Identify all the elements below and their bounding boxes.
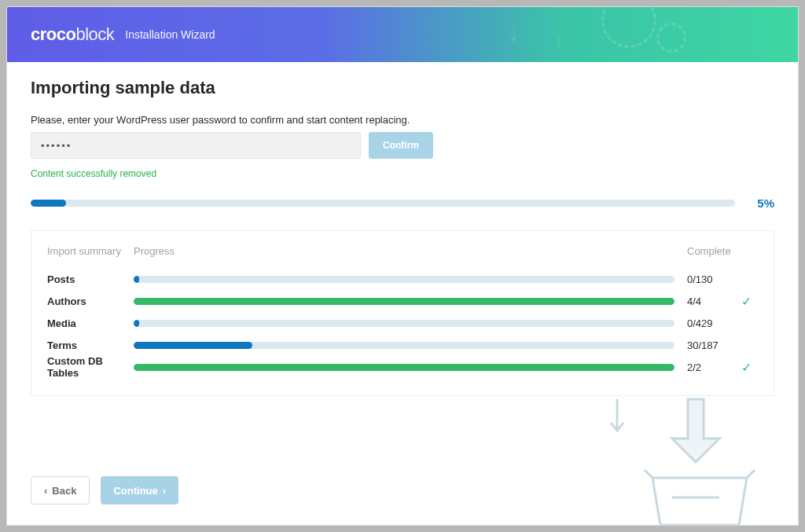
- confirm-button[interactable]: Confirm: [369, 132, 433, 159]
- summary-row-progress: [134, 364, 687, 371]
- import-summary-card: Import summary Progress Complete Posts0/…: [31, 230, 774, 396]
- summary-head-progress: Progress: [134, 245, 687, 257]
- mini-progress-track: [134, 276, 675, 283]
- summary-row-progress: [134, 342, 687, 349]
- wizard-window: crocoblock Installation Wizard ↓ ↓ Impor…: [6, 6, 799, 526]
- mini-progress-track: [134, 342, 675, 349]
- summary-row-label: Terms: [47, 339, 134, 351]
- mini-progress-track: [134, 298, 675, 305]
- summary-row: Terms30/187: [47, 334, 758, 356]
- summary-row: Media0/429: [47, 312, 758, 334]
- brand-logo-bold: croco: [31, 24, 75, 45]
- summary-row-progress: [134, 298, 687, 305]
- chevron-left-icon: ‹: [44, 485, 47, 497]
- back-button[interactable]: ‹ Back: [31, 476, 90, 504]
- summary-head-complete: Complete: [687, 245, 734, 257]
- mini-progress-fill: [134, 276, 139, 283]
- mini-progress-fill: [134, 342, 252, 349]
- continue-button[interactable]: Continue ›: [101, 476, 178, 504]
- confirm-row: Confirm: [31, 132, 774, 159]
- wizard-footer: ‹ Back Continue ›: [31, 476, 178, 504]
- mini-progress-track: [134, 320, 675, 327]
- summary-row-progress: [134, 276, 687, 283]
- header-subtitle: Installation Wizard: [125, 28, 215, 41]
- mini-progress-track: [134, 364, 675, 371]
- summary-row-complete: 4/4: [687, 295, 734, 307]
- summary-head-check: [734, 245, 758, 257]
- check-icon: ✓: [741, 361, 752, 374]
- mini-progress-fill: [134, 298, 675, 305]
- header-decoration: ↓ ↓: [499, 7, 798, 62]
- summary-row-complete: 0/429: [687, 317, 734, 329]
- main-progress-percent: 5%: [749, 196, 774, 210]
- password-input[interactable]: [31, 132, 361, 159]
- summary-row: Posts0/130: [47, 268, 758, 290]
- chevron-right-icon: ›: [163, 485, 166, 497]
- main-progress-track: [31, 200, 735, 207]
- back-label: Back: [52, 485, 76, 497]
- wizard-header: crocoblock Installation Wizard ↓ ↓: [7, 7, 798, 62]
- main-progress-fill: [31, 200, 66, 207]
- brand-logo: crocoblock: [31, 24, 114, 45]
- summary-row-label: Custom DB Tables: [47, 355, 134, 379]
- summary-row: Authors4/4✓: [47, 290, 758, 312]
- check-icon: ✓: [741, 295, 752, 308]
- summary-row-label: Media: [47, 317, 134, 329]
- background-box-art: [601, 383, 774, 525]
- summary-row-complete: 0/130: [687, 273, 734, 285]
- continue-label: Continue: [113, 485, 157, 497]
- page-title: Importing sample data: [31, 78, 774, 98]
- summary-row: Custom DB Tables2/2✓: [47, 356, 758, 378]
- wizard-content: Importing sample data Please, enter your…: [7, 62, 798, 396]
- summary-header: Import summary Progress Complete: [47, 245, 758, 257]
- summary-row-complete: 30/187: [687, 339, 734, 351]
- summary-row-complete: 2/2: [687, 361, 734, 373]
- success-message: Content successfully removed: [31, 168, 774, 179]
- summary-head-name: Import summary: [47, 245, 134, 257]
- summary-row-check: ✓: [734, 360, 758, 375]
- summary-row-check: ✓: [734, 294, 758, 309]
- mini-progress-fill: [134, 364, 675, 371]
- summary-row-label: Authors: [47, 295, 134, 307]
- instruction-text: Please, enter your WordPress user passwo…: [31, 114, 774, 126]
- main-progress: 5%: [31, 196, 774, 210]
- mini-progress-fill: [134, 320, 139, 327]
- summary-row-progress: [134, 320, 687, 327]
- brand-logo-light: block: [75, 24, 114, 45]
- summary-row-label: Posts: [47, 273, 134, 285]
